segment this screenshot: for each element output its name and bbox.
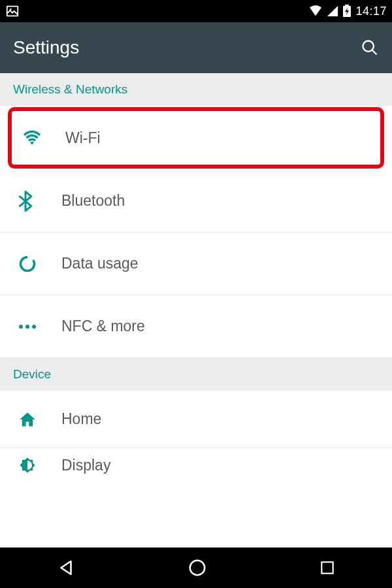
data-usage-icon [18,255,37,273]
list-item-label: Display [61,457,110,474]
svg-point-9 [32,325,36,329]
display-icon [18,456,37,474]
picture-icon [5,4,20,18]
list-item-label: NFC & more [61,318,145,335]
list-item-bluetooth[interactable]: Bluetooth [0,170,392,233]
recent-apps-icon [319,559,336,576]
nav-back-button[interactable] [56,558,76,578]
app-bar: Settings [0,22,392,73]
list-item-label: Wi-Fi [65,129,101,147]
list-item-data-usage[interactable]: Data usage [0,233,392,295]
settings-list-wireless: Wi-Fi Bluetooth Data usage [0,107,392,358]
list-item-home[interactable]: Home [0,391,392,448]
list-item-wifi[interactable]: Wi-Fi [8,107,384,169]
search-button[interactable] [361,39,379,57]
page-title: Settings [13,37,79,58]
svg-point-8 [25,325,29,329]
svg-rect-3 [345,5,349,7]
nav-recent-button[interactable] [319,559,336,576]
navigation-bar [0,547,392,588]
settings-list-device: Home Display [0,391,392,482]
status-bar: 14:17 [0,0,392,22]
section-header-wireless: Wireless & Networks [0,73,392,106]
svg-point-7 [19,325,23,329]
list-item-label: Data usage [61,255,139,272]
wifi-icon [22,130,42,146]
svg-line-5 [372,50,377,55]
list-item-nfc-more[interactable]: NFC & more [0,295,392,358]
list-item-label: Home [61,410,101,428]
more-icon [18,323,37,330]
battery-charging-icon [342,5,351,18]
wifi-status-icon [308,5,323,17]
svg-point-4 [363,41,374,52]
list-item-label: Bluetooth [61,192,125,210]
svg-point-10 [190,561,205,576]
nav-home-icon [188,558,207,578]
bluetooth-icon [18,191,33,212]
nav-home-button[interactable] [188,558,207,578]
status-time: 14:17 [355,5,387,18]
home-icon [18,411,37,428]
signal-icon [327,5,338,17]
search-icon [361,39,379,57]
section-header-device: Device [0,358,392,391]
list-item-display[interactable]: Display [0,448,392,482]
svg-rect-11 [322,562,333,573]
svg-point-1 [10,8,12,10]
back-icon [56,558,76,578]
